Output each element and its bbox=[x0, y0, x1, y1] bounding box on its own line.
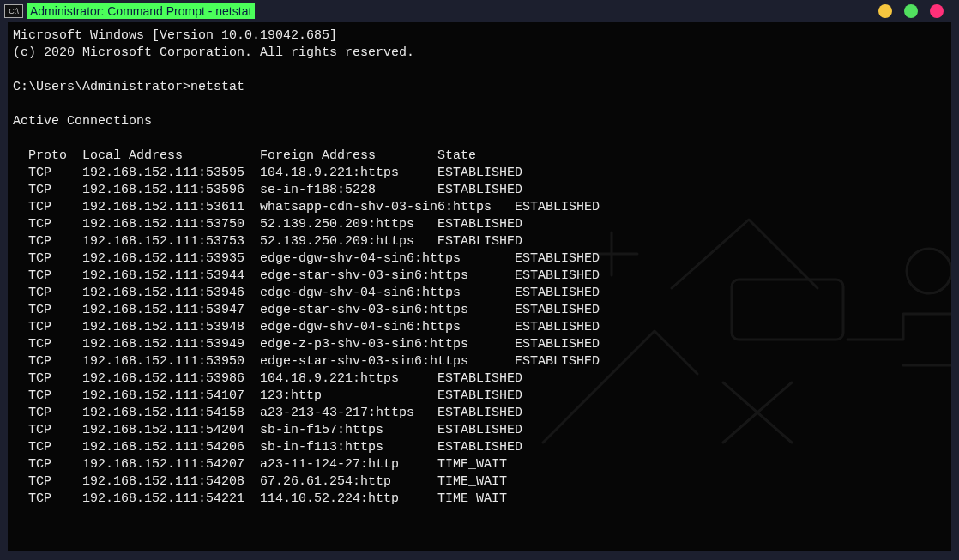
window-title: Administrator: Command Prompt - netstat bbox=[27, 3, 255, 19]
window-controls bbox=[878, 4, 944, 18]
svg-rect-0 bbox=[732, 280, 843, 340]
svg-point-1 bbox=[907, 249, 951, 293]
close-icon[interactable] bbox=[930, 4, 944, 18]
minimize-icon[interactable] bbox=[878, 4, 892, 18]
prompt-line: C:\Users\Administrator>netstat bbox=[13, 80, 244, 94]
cmd-app-icon: C:\ bbox=[4, 4, 23, 18]
titlebar[interactable]: C:\ Administrator: Command Prompt - nets… bbox=[0, 0, 959, 22]
maximize-icon[interactable] bbox=[904, 4, 918, 18]
section-header: Active Connections bbox=[13, 114, 152, 129]
column-header-row: Proto Local Address Foreign Address Stat… bbox=[13, 148, 476, 163]
terminal-output[interactable]: Microsoft Windows [Version 10.0.19042.68… bbox=[8, 22, 951, 551]
app-window: C:\ Administrator: Command Prompt - nets… bbox=[0, 0, 959, 560]
banner-line-1: Microsoft Windows [Version 10.0.19042.68… bbox=[13, 28, 337, 43]
prompt-path: C:\Users\Administrator> bbox=[13, 80, 190, 94]
banner-line-2: (c) 2020 Microsoft Corporation. All righ… bbox=[13, 45, 414, 60]
rows-container: TCP 192.168.152.111:53595 104.18.9.221:h… bbox=[13, 166, 600, 506]
command-text: netstat bbox=[190, 80, 244, 94]
